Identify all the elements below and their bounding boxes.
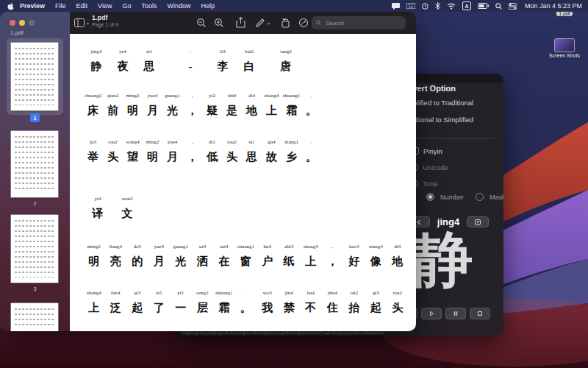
hanzi-text: 好 bbox=[348, 255, 359, 267]
pdf-char-cell: qi3起 bbox=[365, 290, 387, 314]
pinyin-text: wo3 bbox=[263, 290, 272, 297]
pdf-char-cell: ye4夜 bbox=[110, 49, 136, 72]
pinyin-text: qi3 bbox=[373, 290, 379, 297]
pinyin-text: yi2 bbox=[209, 93, 215, 99]
pinyin-text: ming2 bbox=[126, 93, 140, 99]
control-center-icon[interactable] bbox=[509, 3, 517, 10]
pdf-char-cell: qian2前 bbox=[103, 93, 123, 116]
pdf-char-cell: zhu4住 bbox=[322, 290, 344, 314]
pdf-char-cell: liang4亮 bbox=[105, 244, 127, 267]
menu-item-edit[interactable]: Edit bbox=[76, 2, 88, 10]
pdf-char-cell: ,， bbox=[182, 139, 202, 163]
search-icon bbox=[316, 20, 321, 26]
window-subtitle: Page 1 of 9 bbox=[92, 22, 118, 28]
pdf-char-cell: jing4静 bbox=[83, 49, 110, 72]
pinyin-text: gu4 bbox=[268, 139, 276, 146]
pdf-char-cell: xiang1乡 bbox=[282, 139, 301, 163]
pdf-char-cell: wo3我 bbox=[257, 290, 279, 314]
menu-item-file[interactable]: File bbox=[55, 2, 66, 10]
radio-number-icon[interactable] bbox=[426, 193, 434, 201]
close-button[interactable] bbox=[10, 20, 15, 26]
pdf-char-cell: guang1光 bbox=[170, 244, 192, 267]
chevron-down-icon: ▾ bbox=[268, 21, 270, 26]
pdf-text-row: chuang2床qian2前ming2明yue4月guang1光,，yi2疑sh… bbox=[83, 93, 321, 116]
menu-item-preview[interactable]: Preview bbox=[20, 2, 45, 10]
search-field[interactable] bbox=[312, 16, 406, 29]
pinyin-text: tou2 bbox=[108, 139, 117, 146]
pdf-char-cell: yue4月 bbox=[143, 93, 162, 116]
pinyin-text: si1 bbox=[146, 49, 152, 55]
bluetooth-icon[interactable] bbox=[435, 2, 440, 10]
pdf-char-cell: shang4上 bbox=[83, 290, 105, 314]
desktop-icon-screenshots[interactable]: Screen Shots bbox=[548, 39, 581, 58]
messages-icon[interactable] bbox=[392, 3, 400, 10]
annotate-button[interactable] bbox=[298, 18, 309, 28]
markup-pencil-button[interactable]: ▾ bbox=[255, 18, 270, 28]
pinyin-text: yue4 bbox=[148, 93, 158, 99]
wifi-icon[interactable] bbox=[447, 3, 456, 10]
stop-button[interactable] bbox=[470, 308, 490, 319]
pinyin-text: ming2 bbox=[146, 139, 159, 146]
menu-clock[interactable]: Mon Jan 4 5:23 PM bbox=[525, 2, 582, 10]
sidebar-toggle-button[interactable]: ▾ bbox=[74, 18, 89, 27]
menu-item-help[interactable]: Help bbox=[201, 2, 215, 10]
hanzi-text: 禁 bbox=[284, 302, 295, 314]
chevron-down-icon: ▾ bbox=[87, 21, 89, 26]
pdf-text-row: shang4上fan4泛qi3起le5了yi1一ceng2层shuang1霜.。… bbox=[83, 290, 409, 314]
hanzi-text: 乡 bbox=[286, 151, 297, 163]
pdf-char-cell: .。 bbox=[235, 290, 257, 314]
hanzi-text: - bbox=[189, 60, 193, 72]
hanzi-text: 我 bbox=[262, 302, 273, 314]
pdf-char-cell: fan4泛 bbox=[105, 290, 127, 314]
minimize-button[interactable] bbox=[19, 20, 25, 26]
menu-status-area: A Mon Jan 4 5:23 PM bbox=[392, 1, 588, 10]
page-thumbnail[interactable] bbox=[11, 131, 58, 197]
hanzi-text: 地 bbox=[392, 255, 403, 267]
apple-menu-icon[interactable] bbox=[7, 2, 14, 10]
pinyin-text: xiang1 bbox=[284, 139, 298, 146]
input-source-icon[interactable]: A bbox=[462, 1, 471, 10]
pinyin-text: guang1 bbox=[165, 93, 180, 99]
search-input[interactable] bbox=[324, 19, 401, 27]
pause-button[interactable] bbox=[445, 308, 466, 319]
pinyin-text: bai2 bbox=[245, 49, 254, 55]
share-button[interactable] bbox=[236, 17, 245, 28]
pdf-char-cell: si1思 bbox=[136, 49, 162, 72]
spotlight-icon[interactable] bbox=[495, 3, 502, 10]
page-number-label: 3 bbox=[0, 286, 70, 291]
hanzi-text: 。 bbox=[240, 302, 251, 314]
page-thumbnail[interactable] bbox=[11, 43, 58, 110]
battery-icon[interactable] bbox=[478, 3, 489, 9]
menu-item-go[interactable]: Go bbox=[122, 2, 131, 10]
page-thumbnail[interactable] bbox=[11, 215, 58, 283]
clock-menu-icon[interactable] bbox=[422, 3, 429, 10]
hanzi-text: 前 bbox=[107, 105, 118, 116]
menu-item-view[interactable]: View bbox=[98, 2, 112, 10]
pdf-char-cell: zai4在 bbox=[213, 244, 235, 267]
hanzi-text: 光 bbox=[175, 255, 186, 267]
radio-number-label[interactable]: Number bbox=[440, 194, 464, 201]
pinyin-text: tou2 bbox=[393, 290, 402, 297]
zoom-out-button[interactable] bbox=[196, 18, 207, 28]
radio-mask-label[interactable]: Mask bbox=[490, 194, 503, 201]
radio-mask-icon[interactable] bbox=[476, 193, 484, 201]
pdf-char-cell: tou2头 bbox=[103, 139, 123, 163]
pdf-char-cell: wang4望 bbox=[123, 139, 143, 163]
preview-window[interactable]: 1.pdf 123 ▾ 1.pdf Page 1 of 9 ▾ bbox=[0, 12, 416, 331]
play-button[interactable] bbox=[421, 308, 442, 319]
hanzi-text: 思 bbox=[144, 60, 155, 72]
hanzi-text: ， bbox=[187, 105, 198, 116]
menu-item-window[interactable]: Window bbox=[167, 2, 190, 10]
zoom-in-button[interactable] bbox=[214, 18, 224, 28]
pdf-char-cell: yue4月 bbox=[148, 244, 171, 267]
keyboard-icon[interactable] bbox=[406, 3, 415, 9]
pdf-char-cell: le5了 bbox=[148, 290, 171, 314]
rotate-button[interactable] bbox=[281, 18, 291, 28]
zoom-window-button[interactable] bbox=[29, 20, 35, 26]
pdf-char-cell: ceng2层 bbox=[192, 290, 214, 314]
pinyin-text: tou2 bbox=[227, 139, 236, 146]
pinyin-text: yue4 bbox=[168, 139, 178, 146]
page-thumbnail[interactable] bbox=[11, 303, 58, 331]
menu-item-tools[interactable]: Tools bbox=[141, 2, 157, 10]
hanzi-text: 思 bbox=[246, 151, 257, 163]
